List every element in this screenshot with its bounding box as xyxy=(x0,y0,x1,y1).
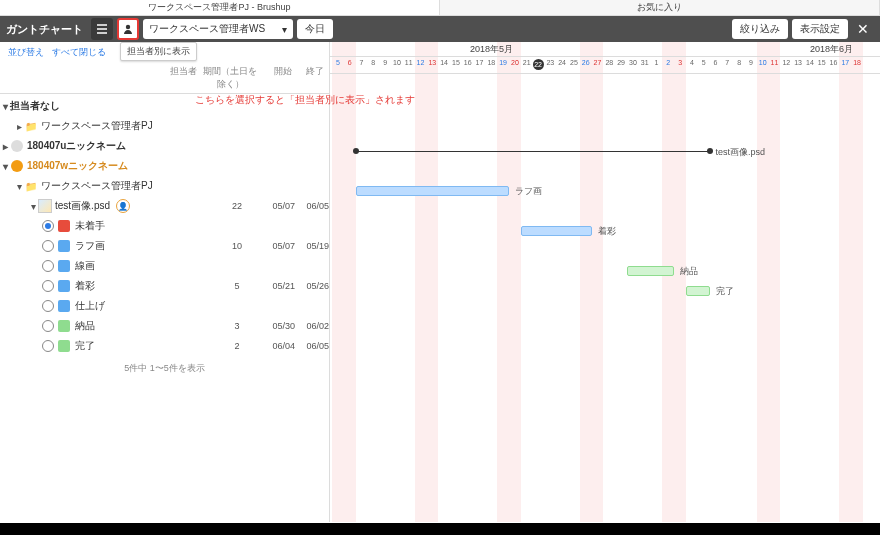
gantt-body[interactable]: test画像.psdラフ画着彩納品完了 xyxy=(330,74,880,522)
tree-item[interactable]: ▾ test画像.psd 👤 22 05/07 06/05 xyxy=(0,196,329,216)
callout-text: こちらを選択すると「担当者別に表示」されます xyxy=(195,93,415,107)
status-label: 完了 xyxy=(75,339,95,353)
status-radio[interactable] xyxy=(42,260,54,272)
status-label: ラフ画 xyxy=(75,239,105,253)
status-row[interactable]: 完了206/0406/05 xyxy=(0,336,329,356)
bottom-bar xyxy=(0,523,880,535)
status-row[interactable]: ラフ画1005/0705/19 xyxy=(0,236,329,256)
tree-project-2[interactable]: ▾📁ワークスペース管理者PJ xyxy=(0,176,329,196)
left-panel: 並び替え すべて閉じる 担当者 期間（土日を除く） 開始 終了 ▾担当者なし ▸… xyxy=(0,42,330,522)
filter-button[interactable]: 絞り込み xyxy=(732,19,788,39)
toolbar: ガントチャート ワークスペース管理者WS▾ 今日 絞り込み 表示設定 ✕ xyxy=(0,16,880,42)
status-radio[interactable] xyxy=(42,340,54,352)
browser-tabs: ワークスペース管理者PJ - Brushup お気に入り + xyxy=(0,0,880,16)
status-label: 仕上げ xyxy=(75,299,105,313)
status-radio[interactable] xyxy=(42,240,54,252)
pagination-note: 5件中 1〜5件を表示 xyxy=(0,358,329,379)
status-swatch xyxy=(58,320,70,332)
page-title: ガントチャート xyxy=(6,22,83,37)
folder-icon: 📁 xyxy=(24,179,38,193)
tooltip-by-assignee: 担当者別に表示 xyxy=(120,42,197,61)
status-row[interactable]: 着彩505/2105/26 xyxy=(0,276,329,296)
status-radio[interactable] xyxy=(42,320,54,332)
status-row[interactable]: 線画 xyxy=(0,256,329,276)
close-icon[interactable]: ✕ xyxy=(852,21,874,37)
status-swatch xyxy=(58,340,70,352)
status-row[interactable]: 未着手 xyxy=(0,216,329,236)
tab-active[interactable]: ワークスペース管理者PJ - Brushup xyxy=(0,0,440,15)
list-view-icon[interactable] xyxy=(91,18,113,40)
collapse-all-link[interactable]: すべて閉じる xyxy=(52,46,106,59)
status-label: 着彩 xyxy=(75,279,95,293)
status-label: 線画 xyxy=(75,259,95,273)
gantt-bar[interactable] xyxy=(521,226,592,236)
by-assignee-view-icon[interactable] xyxy=(117,18,139,40)
gantt-panel: 2018年5月2018年6月 5678910111213141516171819… xyxy=(330,42,880,522)
status-radio[interactable] xyxy=(42,300,54,312)
display-settings-button[interactable]: 表示設定 xyxy=(792,19,848,39)
gantt-bar[interactable] xyxy=(627,266,674,276)
sort-link[interactable]: 並び替え xyxy=(8,46,44,59)
status-swatch xyxy=(58,300,70,312)
status-radio[interactable] xyxy=(42,280,54,292)
tree: ▾担当者なし ▸📁ワークスペース管理者PJ ▸180407uニックネーム ▾18… xyxy=(0,94,329,358)
tree-project-1[interactable]: ▸📁ワークスペース管理者PJ xyxy=(0,116,329,136)
left-column-headers: 担当者 期間（土日を除く） 開始 終了 xyxy=(0,63,329,94)
status-swatch xyxy=(58,220,70,232)
gantt-header: 2018年5月2018年6月 5678910111213141516171819… xyxy=(330,42,880,74)
assignee-icon: 👤 xyxy=(116,199,130,213)
thumbnail-icon xyxy=(38,199,52,213)
status-swatch xyxy=(58,280,70,292)
status-swatch xyxy=(58,260,70,272)
status-label: 未着手 xyxy=(75,219,105,233)
folder-icon: 📁 xyxy=(24,119,38,133)
gantt-bar[interactable] xyxy=(686,286,710,296)
tab-inactive[interactable]: お気に入り xyxy=(440,0,880,15)
status-swatch xyxy=(58,240,70,252)
today-button[interactable]: 今日 xyxy=(297,19,333,39)
svg-point-0 xyxy=(126,25,130,29)
gantt-bar[interactable] xyxy=(356,186,509,196)
chevron-down-icon: ▾ xyxy=(282,24,287,35)
status-radio[interactable] xyxy=(42,220,54,232)
status-row[interactable]: 納品305/3006/02 xyxy=(0,316,329,336)
group-user-u[interactable]: ▸180407uニックネーム xyxy=(0,136,329,156)
workspace-select[interactable]: ワークスペース管理者WS▾ xyxy=(143,19,293,39)
group-user-w[interactable]: ▾180407wニックネーム xyxy=(0,156,329,176)
status-label: 納品 xyxy=(75,319,95,333)
status-row[interactable]: 仕上げ xyxy=(0,296,329,316)
